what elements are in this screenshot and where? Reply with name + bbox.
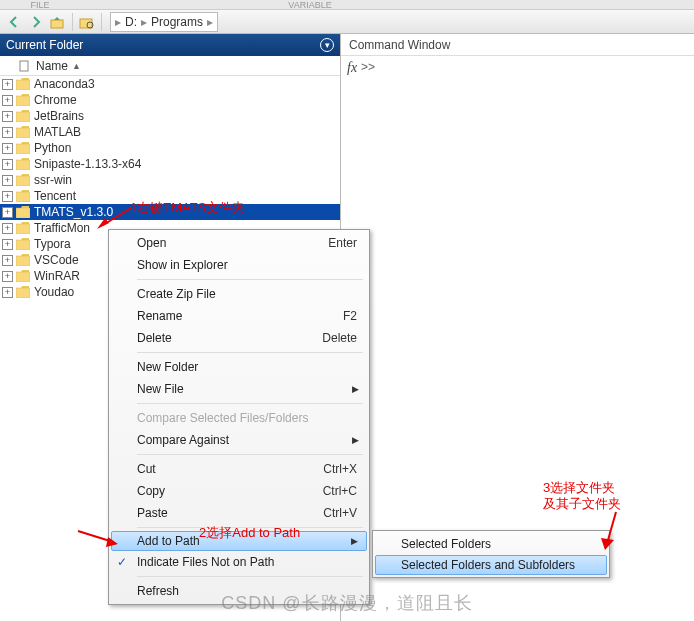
svg-rect-6: [16, 112, 30, 122]
ctx-open[interactable]: OpenEnter: [111, 232, 367, 254]
ctx-separator: [137, 352, 363, 353]
svg-rect-15: [16, 256, 30, 266]
svg-rect-3: [20, 61, 28, 71]
tab-variable[interactable]: VARIABLE: [270, 0, 350, 9]
panel-title-text: Current Folder: [6, 38, 83, 52]
folder-row-jetbrains[interactable]: +JetBrains: [0, 108, 340, 124]
breadcrumb-sep-icon: ▸: [115, 15, 121, 29]
folder-label: WinRAR: [34, 269, 80, 283]
folder-label: Youdao: [34, 285, 74, 299]
ctx-rename[interactable]: RenameF2: [111, 305, 367, 327]
ctx-show-in-explorer[interactable]: Show in Explorer: [111, 254, 367, 276]
ctx-new-folder[interactable]: New Folder: [111, 356, 367, 378]
svg-rect-12: [16, 208, 30, 218]
ctx-separator: [137, 454, 363, 455]
command-window-title: Command Window: [341, 34, 694, 56]
folder-label: TrafficMon: [34, 221, 90, 235]
browse-folder-button[interactable]: [77, 12, 97, 32]
folder-label: ssr-win: [34, 173, 72, 187]
breadcrumb-sep-icon: ▸: [141, 15, 147, 29]
svg-rect-7: [16, 128, 30, 138]
ribbon-tabs: FILE VARIABLE: [0, 0, 694, 10]
toolbar-separator: [72, 13, 73, 31]
folder-row-tencent[interactable]: +Tencent: [0, 188, 340, 204]
ctx-paste[interactable]: PasteCtrl+V: [111, 502, 367, 524]
expander-icon[interactable]: +: [2, 111, 13, 122]
submenu-arrow-icon: ▶: [352, 384, 359, 394]
folder-row-chrome[interactable]: +Chrome: [0, 92, 340, 108]
folder-label: JetBrains: [34, 109, 84, 123]
fx-icon[interactable]: fx: [347, 60, 357, 76]
folder-label: MATLAB: [34, 125, 81, 139]
submenu-arrow-icon: ▶: [351, 536, 358, 546]
expander-icon[interactable]: +: [2, 239, 13, 250]
ctx-new-file[interactable]: New File▶: [111, 378, 367, 400]
svg-rect-1: [80, 19, 92, 28]
command-prompt: >>: [361, 60, 375, 74]
breadcrumb-folder[interactable]: Programs: [149, 15, 205, 29]
expander-icon[interactable]: +: [2, 143, 13, 154]
folder-label: VSCode: [34, 253, 79, 267]
folder-row-tmats_v1[interactable]: +TMATS_v1.3.0: [0, 204, 340, 220]
ctx-refresh[interactable]: Refresh: [111, 580, 367, 602]
folder-row-python[interactable]: +Python: [0, 140, 340, 156]
folder-label: Python: [34, 141, 71, 155]
submenu-arrow-icon: ▶: [352, 435, 359, 445]
ctx-copy[interactable]: CopyCtrl+C: [111, 480, 367, 502]
forward-button[interactable]: [26, 12, 46, 32]
ctx-compare-against[interactable]: Compare Against▶: [111, 429, 367, 451]
expander-icon[interactable]: +: [2, 271, 13, 282]
tab-file[interactable]: FILE: [0, 0, 80, 9]
svg-rect-10: [16, 176, 30, 186]
column-header-name[interactable]: Name ▲: [0, 56, 340, 76]
back-button[interactable]: [4, 12, 24, 32]
folder-label-tail: .3.0: [93, 205, 113, 219]
ctx-create-zip[interactable]: Create Zip File: [111, 283, 367, 305]
folder-label: Typora: [34, 237, 71, 251]
panel-title-bar: Current Folder ▾: [0, 34, 340, 56]
ctx-compare-selected: Compare Selected Files/Folders: [111, 407, 367, 429]
context-submenu-add-to-path: Selected Folders Selected Folders and Su…: [372, 530, 610, 578]
folder-label: Snipaste-1.13.3-x64: [34, 157, 141, 171]
folder-label: Chrome: [34, 93, 77, 107]
ctx-cut[interactable]: CutCtrl+X: [111, 458, 367, 480]
ctx-selected-folders[interactable]: Selected Folders: [375, 533, 607, 555]
svg-rect-0: [51, 20, 63, 28]
checkmark-icon: ✓: [117, 555, 127, 569]
svg-rect-16: [16, 272, 30, 282]
expander-icon[interactable]: +: [2, 255, 13, 266]
expander-icon[interactable]: +: [2, 127, 13, 138]
column-label: Name: [36, 59, 68, 73]
breadcrumb-drive[interactable]: D:: [123, 15, 139, 29]
folder-row-anaconda3[interactable]: +Anaconda3: [0, 76, 340, 92]
up-folder-button[interactable]: [48, 12, 68, 32]
folder-label: Anaconda3: [34, 77, 95, 91]
ctx-add-to-path[interactable]: Add to Path▶: [111, 531, 367, 551]
folder-row-snipaste-1.13.3-x64[interactable]: +Snipaste-1.13.3-x64: [0, 156, 340, 172]
ctx-selected-folders-and-subfolders[interactable]: Selected Folders and Subfolders: [375, 555, 607, 575]
expander-icon[interactable]: +: [2, 223, 13, 234]
panel-menu-icon[interactable]: ▾: [320, 38, 334, 52]
svg-rect-5: [16, 96, 30, 106]
expander-icon[interactable]: +: [2, 191, 13, 202]
folder-row-ssr-win[interactable]: +ssr-win: [0, 172, 340, 188]
expander-icon[interactable]: +: [2, 175, 13, 186]
svg-rect-9: [16, 160, 30, 170]
svg-rect-17: [16, 288, 30, 298]
expander-icon[interactable]: +: [2, 287, 13, 298]
ctx-delete[interactable]: DeleteDelete: [111, 327, 367, 349]
expander-icon[interactable]: +: [2, 207, 13, 218]
ctx-separator: [137, 403, 363, 404]
expander-icon[interactable]: +: [2, 95, 13, 106]
folder-label: Tencent: [34, 189, 76, 203]
expander-icon[interactable]: +: [2, 159, 13, 170]
svg-rect-14: [16, 240, 30, 250]
address-breadcrumb[interactable]: ▸ D: ▸ Programs ▸: [110, 12, 218, 32]
file-icon: [18, 60, 30, 72]
ctx-separator: [137, 527, 363, 528]
command-window-body[interactable]: fx >>: [341, 56, 694, 80]
expander-icon[interactable]: +: [2, 79, 13, 90]
ctx-indicate-not-on-path[interactable]: ✓Indicate Files Not on Path: [111, 551, 367, 573]
folder-row-matlab[interactable]: +MATLAB: [0, 124, 340, 140]
toolbar: ▸ D: ▸ Programs ▸: [0, 10, 694, 34]
